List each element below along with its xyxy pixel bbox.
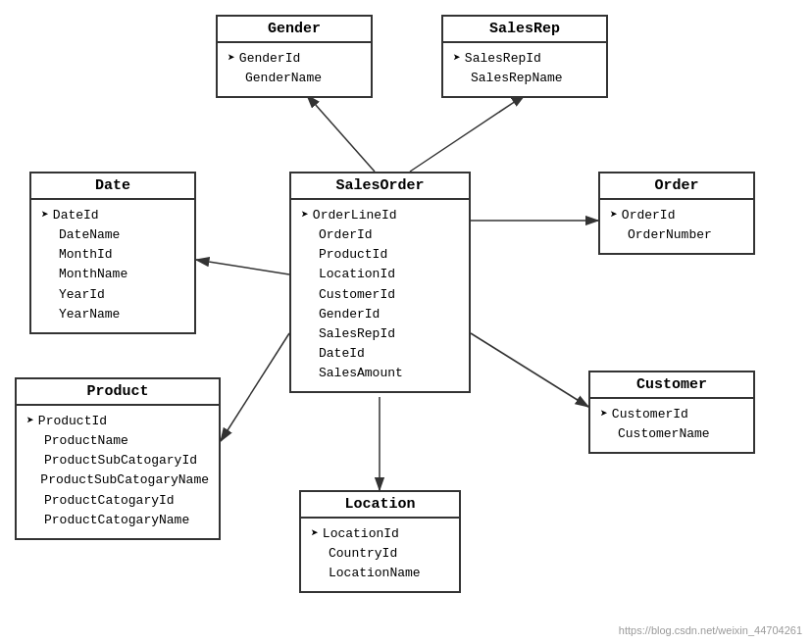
field-order-1: OrderNumber <box>610 225 743 245</box>
field-name-location-0: LocationId <box>323 524 399 544</box>
field-salesorder-4: CustomerId <box>301 285 459 305</box>
field-product-1: ProductName <box>26 431 209 451</box>
entity-product-title: Product <box>17 379 219 406</box>
watermark: https://blog.csdn.net/weixin_44704261 <box>619 624 802 636</box>
field-salesorder-7: DateId <box>301 344 459 364</box>
field-name-product-2: ProductSubCatogaryId <box>44 451 197 471</box>
field-name-salesorder-6: SalesRepId <box>319 324 395 344</box>
field-name-date-1: DateName <box>59 225 120 245</box>
field-product-5: ProductCatogaryName <box>26 511 209 530</box>
field-gender-1: GenderName <box>228 69 361 88</box>
entity-date: Date➤ DateIdDateNameMonthIdMonthNameYear… <box>29 172 196 334</box>
entity-gender: Gender➤ GenderIdGenderName <box>216 15 373 98</box>
field-name-date-3: MonthName <box>59 265 127 284</box>
field-name-gender-0: GenderId <box>239 49 300 69</box>
field-location-0: ➤ LocationId <box>311 524 449 544</box>
svg-line-7 <box>471 333 588 407</box>
field-date-1: DateName <box>41 225 184 245</box>
pk-marker-order-0: ➤ <box>610 206 618 225</box>
entity-salesrep: SalesRep➤ SalesRepIdSalesRepName <box>441 15 608 98</box>
field-name-customer-1: CustomerName <box>618 424 710 444</box>
field-salesorder-6: SalesRepId <box>301 324 459 344</box>
entity-salesorder: SalesOrder➤ OrderLineIdOrderIdProductIdL… <box>289 172 471 393</box>
field-name-gender-1: GenderName <box>245 69 322 88</box>
field-salesorder-5: GenderId <box>301 305 459 324</box>
entity-product: Product➤ ProductIdProductNameProductSubC… <box>15 377 221 540</box>
field-salesorder-3: LocationId <box>301 265 459 284</box>
field-salesorder-8: SalesAmount <box>301 364 459 383</box>
field-salesrep-1: SalesRepName <box>453 69 596 88</box>
field-name-salesorder-2: ProductId <box>319 245 387 265</box>
entity-salesorder-body: ➤ OrderLineIdOrderIdProductIdLocationIdC… <box>291 200 469 391</box>
pk-marker-location-0: ➤ <box>311 524 319 544</box>
field-name-date-0: DateId <box>53 206 99 225</box>
field-location-1: CountryId <box>311 544 449 564</box>
field-name-salesorder-5: GenderId <box>319 305 380 324</box>
entity-customer-title: Customer <box>590 372 753 399</box>
entity-salesorder-title: SalesOrder <box>291 173 469 200</box>
field-name-product-3: ProductSubCatogaryName <box>40 471 209 490</box>
field-date-3: MonthName <box>41 265 184 284</box>
field-name-salesorder-4: CustomerId <box>319 285 395 305</box>
entity-salesrep-title: SalesRep <box>443 17 606 43</box>
pk-marker-product-0: ➤ <box>26 412 34 431</box>
field-customer-1: CustomerName <box>600 424 743 444</box>
field-name-date-5: YearName <box>59 305 120 324</box>
field-salesorder-2: ProductId <box>301 245 459 265</box>
field-name-date-4: YearId <box>59 285 105 305</box>
field-name-salesorder-8: SalesAmount <box>319 364 403 383</box>
field-name-salesorder-7: DateId <box>319 344 365 364</box>
field-name-salesrep-1: SalesRepName <box>471 69 563 88</box>
field-name-customer-0: CustomerId <box>612 405 688 424</box>
field-name-salesorder-0: OrderLineId <box>313 206 397 225</box>
entity-order: Order➤ OrderIdOrderNumber <box>598 172 755 255</box>
entity-order-body: ➤ OrderIdOrderNumber <box>600 200 753 253</box>
field-salesrep-0: ➤ SalesRepId <box>453 49 596 69</box>
entity-customer: Customer➤ CustomerIdCustomerName <box>588 371 755 454</box>
field-name-location-2: LocationName <box>329 564 421 583</box>
field-salesorder-1: OrderId <box>301 225 459 245</box>
field-order-0: ➤ OrderId <box>610 206 743 225</box>
entity-product-body: ➤ ProductIdProductNameProductSubCatogary… <box>17 406 219 538</box>
pk-marker-gender-0: ➤ <box>228 49 235 69</box>
entity-salesrep-body: ➤ SalesRepIdSalesRepName <box>443 43 606 96</box>
svg-line-4 <box>196 260 289 274</box>
field-location-2: LocationName <box>311 564 449 583</box>
entity-gender-body: ➤ GenderIdGenderName <box>218 43 371 96</box>
entity-location: Location➤ LocationIdCountryIdLocationNam… <box>299 490 461 593</box>
field-product-4: ProductCatogaryId <box>26 491 209 511</box>
entity-gender-title: Gender <box>218 17 371 43</box>
field-salesorder-0: ➤ OrderLineId <box>301 206 459 225</box>
field-name-location-1: CountryId <box>329 544 397 564</box>
field-customer-0: ➤ CustomerId <box>600 405 743 424</box>
svg-line-6 <box>221 333 289 441</box>
field-name-product-0: ProductId <box>38 412 107 431</box>
pk-marker-customer-0: ➤ <box>600 405 608 424</box>
field-name-product-1: ProductName <box>44 431 128 451</box>
field-date-0: ➤ DateId <box>41 206 184 225</box>
diagram-container: Gender➤ GenderIdGenderNameSalesRep➤ Sale… <box>0 0 812 644</box>
field-name-salesorder-3: LocationId <box>319 265 395 284</box>
field-gender-0: ➤ GenderId <box>228 49 361 69</box>
entity-location-body: ➤ LocationIdCountryIdLocationName <box>301 519 459 591</box>
pk-marker-salesrep-0: ➤ <box>453 49 461 69</box>
field-date-4: YearId <box>41 285 184 305</box>
entity-customer-body: ➤ CustomerIdCustomerName <box>590 399 753 452</box>
entity-location-title: Location <box>301 492 459 519</box>
field-name-salesorder-1: OrderId <box>319 225 373 245</box>
field-name-product-4: ProductCatogaryId <box>44 491 175 511</box>
field-name-order-1: OrderNumber <box>628 225 712 245</box>
field-product-2: ProductSubCatogaryId <box>26 451 209 471</box>
field-product-3: ProductSubCatogaryName <box>26 471 209 490</box>
svg-line-3 <box>410 95 525 172</box>
svg-line-2 <box>307 95 375 172</box>
field-name-product-5: ProductCatogaryName <box>44 511 189 530</box>
entity-date-body: ➤ DateIdDateNameMonthIdMonthNameYearIdYe… <box>31 200 194 332</box>
field-name-order-0: OrderId <box>622 206 676 225</box>
entity-date-title: Date <box>31 173 194 200</box>
field-date-2: MonthId <box>41 245 184 265</box>
field-name-date-2: MonthId <box>59 245 113 265</box>
entity-order-title: Order <box>600 173 753 200</box>
field-date-5: YearName <box>41 305 184 324</box>
field-name-salesrep-0: SalesRepId <box>465 49 541 69</box>
